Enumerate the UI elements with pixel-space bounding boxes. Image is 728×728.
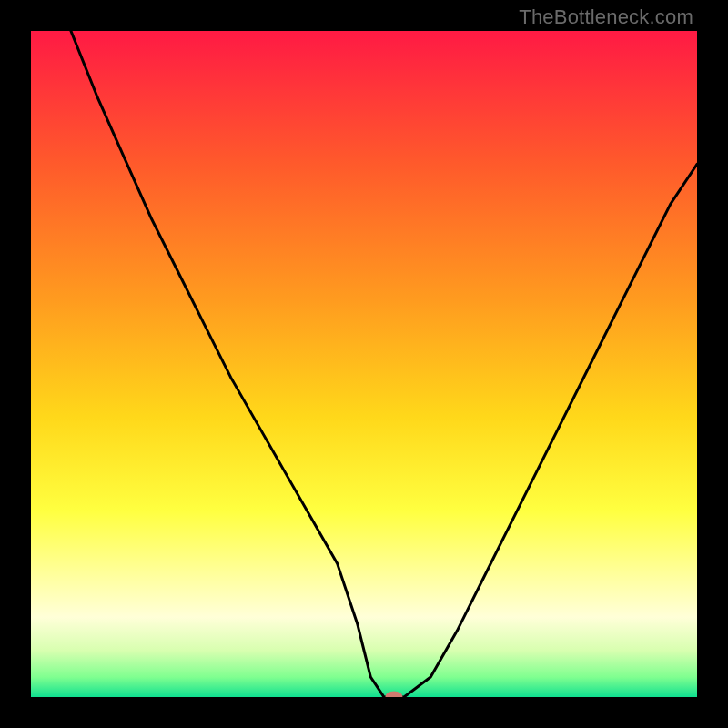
gradient-background [31, 31, 697, 697]
chart-container: { "attribution": "TheBottleneck.com", "c… [0, 0, 728, 728]
bottleneck-chart [31, 31, 697, 697]
attribution-text: TheBottleneck.com [519, 5, 693, 29]
